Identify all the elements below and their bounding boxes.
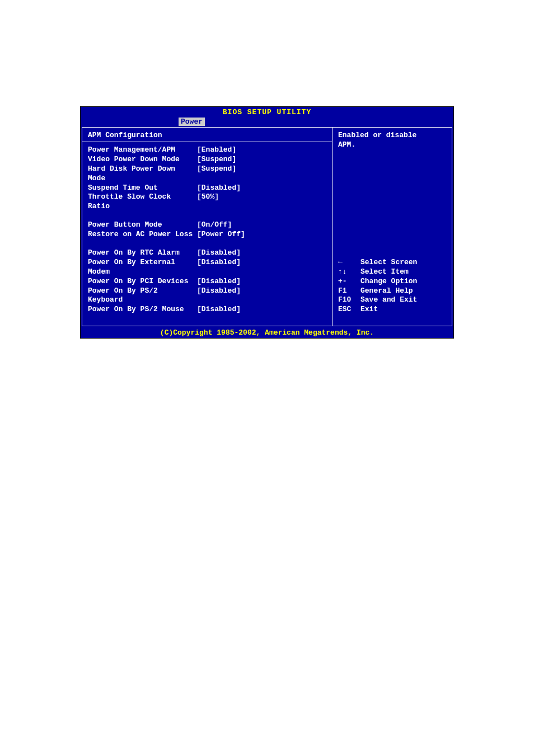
bios-window: BIOS SETUP UTILITY Power APM Configurati…: [80, 106, 454, 339]
setting-label: Power On By PCI Devices: [88, 277, 197, 287]
section-title: APM Configuration: [88, 131, 326, 139]
nav-desc: General Help: [360, 287, 413, 296]
setting-row[interactable]: Power Management/APM [Enabled]: [88, 145, 326, 155]
nav-desc: Select Item: [360, 267, 409, 277]
setting-row[interactable]: Power On By PCI Devices [Disabled]: [88, 277, 326, 287]
help-panel: Enabled or disable APM. ← Select Screen …: [332, 127, 452, 326]
nav-desc: Save and Exit: [360, 295, 417, 305]
nav-desc: Exit: [360, 305, 378, 314]
setting-label: Power On By PS/2 Mouse: [88, 305, 197, 314]
setting-label: Power On By PS/2 Keyboard: [88, 287, 197, 306]
setting-label: Power Management/APM: [88, 145, 197, 155]
setting-row[interactable]: Power On By PS/2 Keyboard [Disabled]: [88, 287, 326, 306]
setting-label: Video Power Down Mode: [88, 155, 197, 165]
setting-value: [Disabled]: [197, 277, 241, 287]
nav-row: ESC Exit: [338, 305, 446, 314]
setting-row[interactable]: Throttle Slow Clock Ratio [50%]: [88, 192, 326, 212]
setting-value: [Disabled]: [197, 258, 241, 277]
setting-row[interactable]: Power Button Mode [On/Off]: [88, 220, 326, 230]
nav-desc: Select Screen: [360, 258, 417, 267]
setting-value: [On/Off]: [197, 220, 232, 230]
setting-label: Hard Disk Power Down Mode: [88, 165, 197, 184]
arrow-updown-icon: ↑↓: [338, 267, 360, 277]
setting-row[interactable]: Power On By RTC Alarm [Disabled]: [88, 248, 326, 258]
setting-row[interactable]: Power On By External Modem [Disabled]: [88, 258, 326, 277]
copyright-text: (C)Copyright 1985-2002, American Megatre…: [160, 328, 374, 337]
help-text: Enabled or disable APM.: [338, 131, 446, 150]
nav-help: ← Select Screen ↑↓ Select Item +- Change…: [338, 258, 446, 314]
nav-desc: Change Option: [360, 277, 417, 287]
nav-row: ↑↓ Select Item: [338, 267, 446, 277]
setting-value: [Power Off]: [197, 230, 245, 240]
nav-row: +- Change Option: [338, 277, 446, 287]
separator: [82, 142, 332, 142]
nav-row: ← Select Screen: [338, 258, 446, 267]
nav-key: F10: [338, 295, 360, 305]
setting-label: Suspend Time Out: [88, 184, 197, 193]
main-area: APM Configuration Power Management/APM […: [81, 126, 453, 327]
setting-value: [Disabled]: [197, 305, 241, 314]
setting-value: [Suspend]: [197, 155, 236, 165]
footer: (C)Copyright 1985-2002, American Megatre…: [81, 327, 453, 338]
setting-value: [Disabled]: [197, 287, 241, 306]
nav-row: F10 Save and Exit: [338, 295, 446, 305]
setting-value: [Enabled]: [197, 145, 236, 155]
tab-row: Power: [81, 118, 453, 126]
tab-power[interactable]: Power: [179, 118, 205, 126]
help-line: APM.: [338, 140, 446, 150]
setting-row[interactable]: Power On By PS/2 Mouse [Disabled]: [88, 305, 326, 314]
setting-row[interactable]: Restore on AC Power Loss [Power Off]: [88, 230, 326, 240]
help-line: Enabled or disable: [338, 131, 446, 140]
app-title: BIOS SETUP UTILITY: [223, 108, 311, 116]
setting-label: Power On By External Modem: [88, 258, 197, 277]
nav-row: F1 General Help: [338, 287, 446, 296]
setting-label: Power Button Mode: [88, 220, 197, 230]
setting-row[interactable]: Suspend Time Out [Disabled]: [88, 184, 326, 193]
nav-key: ESC: [338, 305, 360, 314]
nav-key: +-: [338, 277, 360, 287]
setting-label: Throttle Slow Clock Ratio: [88, 192, 197, 212]
setting-value: [Suspend]: [197, 165, 236, 184]
setting-value: [Disabled]: [197, 184, 241, 193]
setting-value: [Disabled]: [197, 248, 241, 258]
settings-panel: APM Configuration Power Management/APM […: [82, 127, 332, 326]
nav-key: F1: [338, 287, 360, 296]
setting-row[interactable]: Hard Disk Power Down Mode [Suspend]: [88, 165, 326, 184]
title-bar: BIOS SETUP UTILITY: [81, 107, 453, 118]
arrow-left-icon: ←: [338, 258, 360, 267]
setting-value: [50%]: [197, 192, 219, 212]
setting-row[interactable]: Video Power Down Mode [Suspend]: [88, 155, 326, 165]
setting-label: Power On By RTC Alarm: [88, 248, 197, 258]
setting-label: Restore on AC Power Loss: [88, 230, 197, 240]
